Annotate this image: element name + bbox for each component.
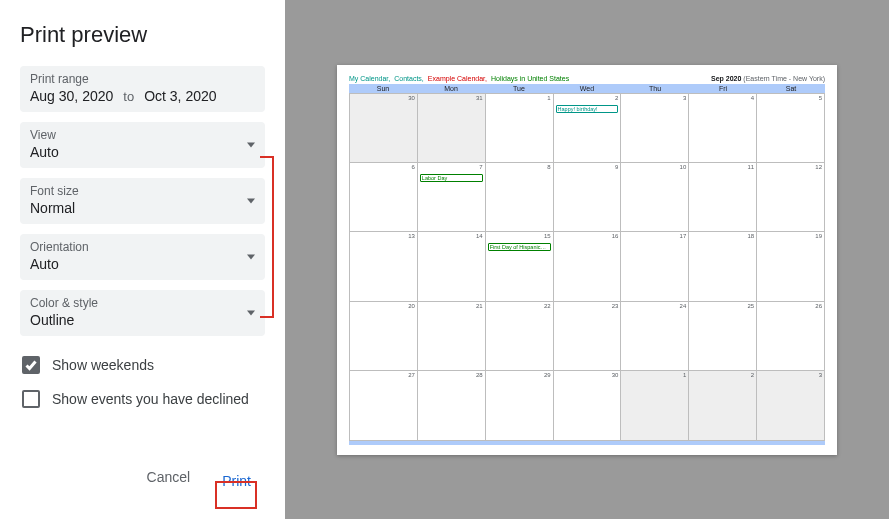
weekday-label: Wed bbox=[553, 84, 621, 93]
print-range-to: to bbox=[123, 89, 134, 104]
chevron-down-icon bbox=[247, 255, 255, 260]
day-cell: 5 bbox=[757, 94, 825, 163]
date-number: 1 bbox=[683, 372, 686, 378]
date-number: 7 bbox=[479, 164, 482, 170]
date-number: 16 bbox=[612, 233, 619, 239]
calendar-event: Labor Day bbox=[420, 174, 483, 182]
calendar-name: Contacts, bbox=[394, 75, 424, 82]
day-cell: 18 bbox=[689, 232, 757, 301]
date-number: 3 bbox=[819, 372, 822, 378]
weekday-label: Thu bbox=[621, 84, 689, 93]
day-cell: 7Labor Day bbox=[418, 163, 486, 232]
date-number: 14 bbox=[476, 233, 483, 239]
day-cell: 3 bbox=[621, 94, 689, 163]
date-number: 23 bbox=[612, 303, 619, 309]
date-number: 11 bbox=[747, 164, 754, 170]
orientation-label: Orientation bbox=[30, 240, 255, 254]
date-number: 21 bbox=[476, 303, 483, 309]
calendar-grid: 303112Happy! birthday!34567Labor Day8910… bbox=[349, 93, 825, 441]
settings-sidebar: Print preview Print range Aug 30, 2020 t… bbox=[0, 0, 285, 519]
date-number: 29 bbox=[544, 372, 551, 378]
date-number: 18 bbox=[747, 233, 754, 239]
print-range-label: Print range bbox=[30, 72, 255, 86]
date-number: 2 bbox=[751, 372, 754, 378]
day-cell: 2 bbox=[689, 371, 757, 440]
date-number: 28 bbox=[476, 372, 483, 378]
weekday-label: Tue bbox=[485, 84, 553, 93]
day-cell: 14 bbox=[418, 232, 486, 301]
check-icon bbox=[25, 359, 37, 371]
day-cell: 12 bbox=[757, 163, 825, 232]
date-number: 30 bbox=[408, 95, 415, 101]
date-number: 24 bbox=[680, 303, 687, 309]
weekday-label: Mon bbox=[417, 84, 485, 93]
preview-page: My Calendar,Contacts,Example Calendar,Ho… bbox=[337, 65, 837, 455]
day-cell: 11 bbox=[689, 163, 757, 232]
weekday-label: Fri bbox=[689, 84, 757, 93]
date-number: 27 bbox=[408, 372, 415, 378]
font-size-value: Normal bbox=[30, 200, 255, 216]
print-range-end: Oct 3, 2020 bbox=[144, 88, 216, 104]
day-cell: 24 bbox=[621, 302, 689, 371]
day-cell: 23 bbox=[554, 302, 622, 371]
day-cell: 28 bbox=[418, 371, 486, 440]
day-cell: 15First Day of Hispanic… bbox=[486, 232, 554, 301]
show-weekends-row[interactable]: Show weekends bbox=[22, 356, 265, 374]
show-declined-row[interactable]: Show events you have declined bbox=[22, 390, 265, 408]
calendar-event: First Day of Hispanic… bbox=[488, 243, 551, 251]
chevron-down-icon bbox=[247, 199, 255, 204]
day-cell: 21 bbox=[418, 302, 486, 371]
date-number: 6 bbox=[412, 164, 415, 170]
day-cell: 3 bbox=[757, 371, 825, 440]
view-value: Auto bbox=[30, 144, 255, 160]
show-weekends-checkbox[interactable] bbox=[22, 356, 40, 374]
day-cell: 22 bbox=[486, 302, 554, 371]
day-cell: 16 bbox=[554, 232, 622, 301]
day-cell: 4 bbox=[689, 94, 757, 163]
orientation-dropdown[interactable]: Orientation Auto bbox=[20, 234, 265, 280]
date-number: 5 bbox=[819, 95, 822, 101]
day-cell: 19 bbox=[757, 232, 825, 301]
date-number: 1 bbox=[547, 95, 550, 101]
dialog-footer: Cancel Print bbox=[20, 461, 265, 503]
calendar-name: Example Calendar, bbox=[428, 75, 487, 82]
color-style-value: Outline bbox=[30, 312, 255, 328]
weekday-label: Sat bbox=[757, 84, 825, 93]
color-style-label: Color & style bbox=[30, 296, 255, 310]
color-style-dropdown[interactable]: Color & style Outline bbox=[20, 290, 265, 336]
day-cell: 9 bbox=[554, 163, 622, 232]
date-number: 13 bbox=[408, 233, 415, 239]
preview-bottom-bar bbox=[349, 441, 825, 445]
date-number: 3 bbox=[683, 95, 686, 101]
day-cell: 29 bbox=[486, 371, 554, 440]
day-cell: 6 bbox=[350, 163, 418, 232]
day-cell: 8 bbox=[486, 163, 554, 232]
day-cell: 10 bbox=[621, 163, 689, 232]
preview-timezone: (Eastern Time - New York) bbox=[743, 75, 825, 82]
font-size-dropdown[interactable]: Font size Normal bbox=[20, 178, 265, 224]
preview-area: My Calendar,Contacts,Example Calendar,Ho… bbox=[285, 0, 889, 519]
print-button[interactable]: Print bbox=[214, 469, 259, 493]
show-weekends-label: Show weekends bbox=[52, 357, 154, 373]
day-cell: 26 bbox=[757, 302, 825, 371]
day-cell: 1 bbox=[486, 94, 554, 163]
print-range-field[interactable]: Print range Aug 30, 2020 to Oct 3, 2020 bbox=[20, 66, 265, 112]
day-cell: 13 bbox=[350, 232, 418, 301]
date-number: 20 bbox=[408, 303, 415, 309]
day-cell: 27 bbox=[350, 371, 418, 440]
date-number: 31 bbox=[476, 95, 483, 101]
day-cell: 31 bbox=[418, 94, 486, 163]
view-dropdown[interactable]: View Auto bbox=[20, 122, 265, 168]
preview-month: Sep 2020 bbox=[711, 75, 741, 82]
date-number: 25 bbox=[747, 303, 754, 309]
cancel-button[interactable]: Cancel bbox=[147, 469, 191, 493]
date-number: 8 bbox=[547, 164, 550, 170]
calendar-event: Happy! birthday! bbox=[556, 105, 619, 113]
show-declined-checkbox[interactable] bbox=[22, 390, 40, 408]
date-number: 10 bbox=[680, 164, 687, 170]
day-cell: 2Happy! birthday! bbox=[554, 94, 622, 163]
date-number: 15 bbox=[544, 233, 551, 239]
chevron-down-icon bbox=[247, 143, 255, 148]
preview-month-tz: Sep 2020 (Eastern Time - New York) bbox=[711, 75, 825, 82]
date-number: 4 bbox=[751, 95, 754, 101]
